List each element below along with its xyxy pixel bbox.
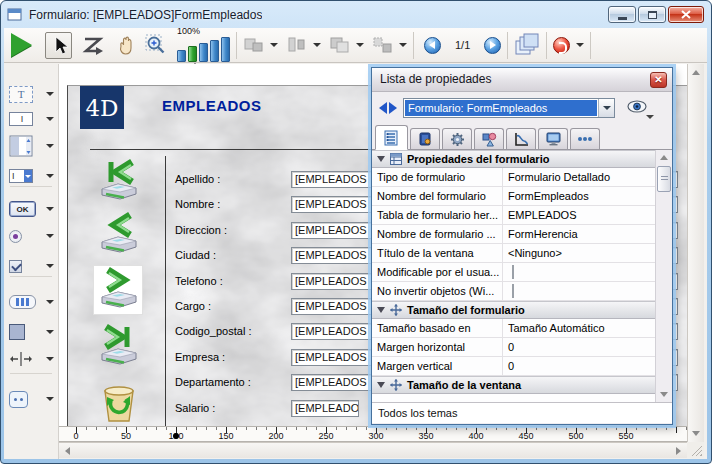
- buttonbar-tool[interactable]: [7, 289, 56, 315]
- zoom-800-bar[interactable]: [221, 37, 230, 62]
- salario-field[interactable]: [EMPLEADOS: [291, 400, 359, 417]
- property-value[interactable]: Formulario Detallado: [503, 168, 655, 186]
- property-row[interactable]: Tabla de formulario her...EMPLEADOS: [372, 206, 655, 225]
- rectangle-tool[interactable]: [7, 319, 56, 345]
- view-options-button[interactable]: [627, 99, 647, 117]
- section-header[interactable]: Tamaño de la ventana: [372, 376, 655, 394]
- collapse-icon[interactable]: [377, 156, 385, 162]
- tab-display[interactable]: [538, 128, 568, 149]
- section-header[interactable]: Propiedades del formulario: [372, 150, 655, 168]
- align-tool-button[interactable]: [243, 36, 278, 54]
- property-value[interactable]: 0: [503, 357, 655, 375]
- property-value[interactable]: EMPLEADOS: [503, 206, 655, 224]
- property-row[interactable]: Tamaño basado enTamaño Automático: [372, 319, 655, 338]
- previous-record-button[interactable]: [94, 211, 142, 259]
- property-row[interactable]: Margen horizontal0: [372, 338, 655, 357]
- database-tool-button[interactable]: [553, 37, 584, 54]
- input-tool[interactable]: I: [7, 106, 56, 132]
- zoom-50-bar[interactable]: [177, 50, 186, 62]
- titlebar[interactable]: Formulario: [EMPLEADOS]FormEmpleados: [7, 5, 593, 25]
- distribute-dropdown-icon[interactable]: [313, 43, 321, 47]
- tab-more[interactable]: [570, 128, 600, 149]
- database-dropdown-icon[interactable]: [576, 43, 584, 47]
- panel-titlebar[interactable]: Lista de propiedades: [372, 68, 672, 92]
- scroll-down-button[interactable]: [688, 426, 703, 440]
- previous-object-button[interactable]: [379, 102, 387, 114]
- horizontal-scrollbar[interactable]: [59, 442, 687, 458]
- collapse-icon[interactable]: [377, 307, 385, 313]
- delete-record-button[interactable]: [94, 379, 142, 426]
- next-record-button[interactable]: [94, 266, 142, 314]
- text-tool[interactable]: T: [7, 81, 56, 107]
- tab-property-list[interactable]: [375, 125, 408, 150]
- radio-tool[interactable]: [7, 223, 56, 249]
- entry-order-tool-button[interactable]: [81, 35, 105, 55]
- property-row[interactable]: Modificable por el usua...: [372, 263, 655, 282]
- property-row[interactable]: Nombre de formulario ...FormHerencia: [372, 225, 655, 244]
- collapse-icon[interactable]: [377, 382, 385, 388]
- radio-tool-dropdown-icon[interactable]: [46, 234, 54, 238]
- tab-gear[interactable]: [442, 128, 472, 149]
- zoom-400-bar[interactable]: [210, 40, 219, 62]
- combobox-tool-dropdown-icon[interactable]: [46, 174, 54, 178]
- maximize-button[interactable]: [638, 6, 666, 23]
- layer-dropdown-icon[interactable]: [356, 43, 364, 47]
- tab-objects[interactable]: [474, 128, 504, 149]
- zoom-level-bars[interactable]: 100%: [177, 36, 230, 62]
- minimize-button[interactable]: [608, 6, 636, 23]
- combo-dropdown-button[interactable]: [598, 99, 614, 117]
- splitter-tool[interactable]: [7, 346, 56, 372]
- checkbox-unchecked[interactable]: [512, 265, 514, 279]
- tab-book[interactable]: [410, 128, 440, 149]
- manage-pages-button[interactable]: [514, 33, 540, 57]
- first-record-button[interactable]: [94, 158, 142, 206]
- panel-close-button[interactable]: ✕: [650, 72, 667, 88]
- zoom-100-bar[interactable]: [188, 46, 197, 62]
- last-record-button[interactable]: [94, 323, 142, 371]
- property-value[interactable]: <Ninguno>: [503, 244, 655, 262]
- scroll-up-button[interactable]: [688, 65, 703, 79]
- zoom-200-bar[interactable]: [199, 43, 208, 62]
- close-button[interactable]: [668, 6, 704, 23]
- rectangle-tool-dropdown-icon[interactable]: [46, 330, 54, 334]
- layer-tool-button[interactable]: [329, 36, 364, 54]
- scroll-left-button[interactable]: [60, 444, 75, 458]
- object-selector-combo[interactable]: Formulario: FormEmpleados: [403, 98, 615, 118]
- property-row[interactable]: Margen vertical0: [372, 357, 655, 376]
- group-tool-button[interactable]: [372, 36, 407, 54]
- execute-form-button[interactable]: [11, 33, 32, 57]
- text-tool-dropdown-icon[interactable]: [46, 92, 54, 96]
- vertical-scrollbar[interactable]: [687, 64, 704, 442]
- property-row[interactable]: Tipo de formularioFormulario Detallado: [372, 168, 655, 187]
- section-header[interactable]: Tamaño del formulario: [372, 301, 655, 319]
- next-object-button[interactable]: [389, 102, 397, 114]
- zoom-tool-button[interactable]: [145, 34, 167, 56]
- previous-page-button[interactable]: [424, 37, 441, 54]
- panel-footer[interactable]: Todos los temas: [372, 402, 672, 423]
- scroll-right-button[interactable]: [671, 444, 686, 458]
- property-row[interactable]: No invertir objetos (Wi...: [372, 282, 655, 301]
- property-value[interactable]: Tamaño Automático: [503, 319, 655, 337]
- align-dropdown-icon[interactable]: [270, 43, 278, 47]
- plugin-tool-dropdown-icon[interactable]: [46, 397, 54, 401]
- property-value[interactable]: FormHerencia: [503, 225, 655, 243]
- listbox-tool-dropdown-icon[interactable]: [46, 144, 54, 148]
- hand-tool-button[interactable]: [114, 34, 136, 56]
- splitter-tool-dropdown-icon[interactable]: [46, 357, 54, 361]
- property-row[interactable]: Título de la ventana<Ninguno>: [372, 244, 655, 263]
- checkbox-tool-dropdown-icon[interactable]: [46, 264, 54, 268]
- plugin-tool[interactable]: [7, 386, 56, 412]
- panel-scroll-up-button[interactable]: [657, 151, 671, 164]
- eye-dropdown-icon[interactable]: [646, 115, 654, 119]
- buttonbar-tool-dropdown-icon[interactable]: [46, 300, 54, 304]
- group-dropdown-icon[interactable]: [399, 43, 407, 47]
- panel-scroll-down-button[interactable]: [657, 388, 671, 401]
- button-tool-dropdown-icon[interactable]: [46, 207, 54, 211]
- panel-scrollbar[interactable]: [655, 150, 672, 402]
- property-value[interactable]: FormEmpleados: [503, 187, 655, 205]
- tab-events[interactable]: [506, 128, 536, 149]
- checkbox-unchecked[interactable]: [512, 284, 514, 298]
- next-page-button[interactable]: [484, 37, 501, 54]
- distribute-tool-button[interactable]: [286, 36, 321, 54]
- input-tool-dropdown-icon[interactable]: [46, 117, 54, 121]
